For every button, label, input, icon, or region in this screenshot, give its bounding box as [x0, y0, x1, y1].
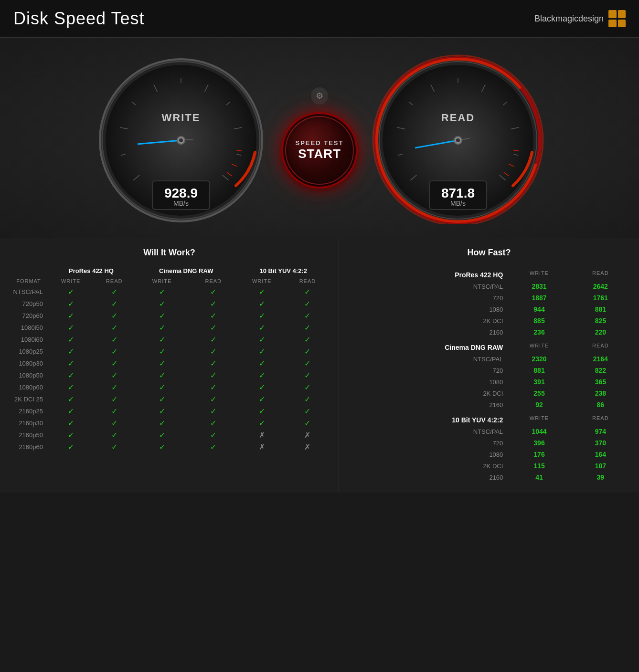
check-cell: ✗ — [237, 441, 286, 453]
check-cell: ✓ — [189, 286, 237, 298]
hf-read-value: 974 — [572, 426, 629, 437]
hf-row-label: 1080 — [349, 304, 507, 315]
table-row: 1080i50✓✓✓✓✓✓ — [10, 322, 329, 334]
cdng-header: Cinema DNG RAW — [135, 265, 237, 276]
brand-square-1 — [608, 10, 617, 18]
hf-row-label: NTSC/PAL — [349, 281, 507, 292]
checkmark-icon: ✓ — [111, 395, 117, 403]
check-cell: ✓ — [237, 322, 286, 334]
checkmark-icon: ✓ — [111, 419, 117, 427]
checkmark-icon: ✓ — [68, 336, 74, 344]
table-row: 1080p30✓✓✓✓✓✓ — [10, 357, 329, 369]
hf-read-value: 825 — [572, 315, 629, 326]
check-cell: ✓ — [189, 298, 237, 310]
hf-write-value: 236 — [507, 326, 571, 338]
check-cell: ✓ — [48, 357, 94, 369]
format-cell: 1080p30 — [10, 357, 48, 369]
checkmark-icon: ✓ — [304, 288, 310, 296]
table-row: 2160p60✓✓✓✓✗✗ — [10, 441, 329, 453]
check-cell: ✓ — [94, 393, 135, 405]
table-row: 2160p50✓✓✓✓✗✗ — [10, 429, 329, 441]
hf-group-label: 10 Bit YUV 4:2:2 — [349, 410, 507, 426]
checkmark-icon: ✓ — [111, 443, 117, 451]
hf-row-label: 720 — [349, 292, 507, 304]
checkmark-icon: ✓ — [210, 300, 216, 308]
check-cell: ✓ — [48, 417, 94, 429]
checkmark-icon: ✓ — [210, 336, 216, 344]
check-cell: ✓ — [286, 346, 329, 357]
hf-write-value: 255 — [507, 388, 571, 399]
checkmark-icon: ✓ — [304, 395, 310, 403]
app-header: Disk Speed Test Blackmagicdesign — [0, 0, 639, 38]
checkmark-icon: ✓ — [111, 371, 117, 379]
check-cell: ✓ — [94, 310, 135, 322]
checkmark-icon: ✓ — [259, 312, 265, 320]
check-cell: ✓ — [189, 381, 237, 393]
checkmark-icon: ✓ — [210, 324, 216, 332]
checkmark-icon: ✓ — [304, 371, 310, 379]
hf-row-label: 2160 — [349, 472, 507, 483]
svg-text:MB/s: MB/s — [173, 200, 189, 207]
check-cell: ✓ — [286, 310, 329, 322]
check-cell: ✓ — [286, 381, 329, 393]
hf-read-col-header: READ — [572, 265, 629, 281]
checkmark-icon: ✓ — [159, 395, 165, 403]
svg-text:MB/s: MB/s — [450, 200, 466, 207]
checkmark-icon: ✓ — [210, 288, 216, 296]
check-cell: ✓ — [94, 357, 135, 369]
check-cell: ✓ — [237, 417, 286, 429]
checkmark-icon: ✓ — [68, 443, 74, 451]
cross-icon: ✗ — [259, 431, 265, 439]
check-cell: ✓ — [237, 381, 286, 393]
settings-icon[interactable]: ⚙ — [311, 87, 328, 105]
format-cell: 720p50 — [10, 298, 48, 310]
format-cell: 2160p60 — [10, 441, 48, 453]
brand-name: Blackmagicdesign — [534, 14, 604, 24]
check-cell: ✓ — [48, 369, 94, 381]
check-cell: ✓ — [189, 310, 237, 322]
table-row: 1080p25✓✓✓✓✓✓ — [10, 346, 329, 357]
app-title: Disk Speed Test — [13, 9, 144, 29]
checkmark-icon: ✓ — [111, 288, 117, 296]
svg-text:871.8: 871.8 — [441, 186, 475, 200]
table-row: 2160p25✓✓✓✓✓✓ — [10, 405, 329, 417]
checkmark-icon: ✓ — [159, 347, 165, 356]
check-cell: ✓ — [48, 405, 94, 417]
hf-data-row: NTSC/PAL1044974 — [349, 426, 629, 437]
hf-write-value: 41 — [507, 472, 571, 483]
prores-header: ProRes 422 HQ — [48, 265, 135, 276]
brand-squares — [608, 10, 626, 27]
check-cell: ✓ — [237, 346, 286, 357]
checkmark-icon: ✓ — [259, 383, 265, 391]
hf-read-value: 2164 — [572, 353, 629, 365]
checkmark-icon: ✓ — [68, 312, 74, 320]
speed-test-start-button[interactable]: SPEED TEST START — [281, 112, 358, 189]
checkmark-icon: ✓ — [259, 419, 265, 427]
format-cell: 1080i60 — [10, 334, 48, 346]
check-cell: ✓ — [237, 369, 286, 381]
checkmark-icon: ✓ — [68, 347, 74, 356]
hf-data-row: 72018871761 — [349, 292, 629, 304]
hf-write-col-header: WRITE — [507, 338, 571, 353]
hf-write-value: 1887 — [507, 292, 571, 304]
brand-square-4 — [618, 20, 626, 28]
checkmark-icon: ✓ — [304, 359, 310, 368]
checkmark-icon: ✓ — [259, 371, 265, 379]
hf-group-header-row: Cinema DNG RAWWRITEREAD — [349, 338, 629, 353]
check-cell: ✗ — [237, 429, 286, 441]
check-cell: ✓ — [135, 417, 189, 429]
hf-data-row: 1080391365 — [349, 376, 629, 388]
how-fast-table: ProRes 422 HQWRITEREADNTSC/PAL2831264272… — [349, 265, 629, 483]
hf-write-col-header: WRITE — [507, 265, 571, 281]
check-cell: ✓ — [237, 334, 286, 346]
checkmark-icon: ✓ — [68, 419, 74, 427]
checkmark-icon: ✓ — [259, 395, 265, 403]
read-subheader-1: READ — [94, 276, 135, 286]
check-cell: ✓ — [286, 405, 329, 417]
checkmark-icon: ✓ — [111, 407, 117, 415]
hf-write-value: 944 — [507, 304, 571, 315]
hf-row-label: 1080 — [349, 449, 507, 460]
table-row: 1080p50✓✓✓✓✓✓ — [10, 369, 329, 381]
check-cell: ✓ — [48, 393, 94, 405]
check-cell: ✓ — [237, 310, 286, 322]
